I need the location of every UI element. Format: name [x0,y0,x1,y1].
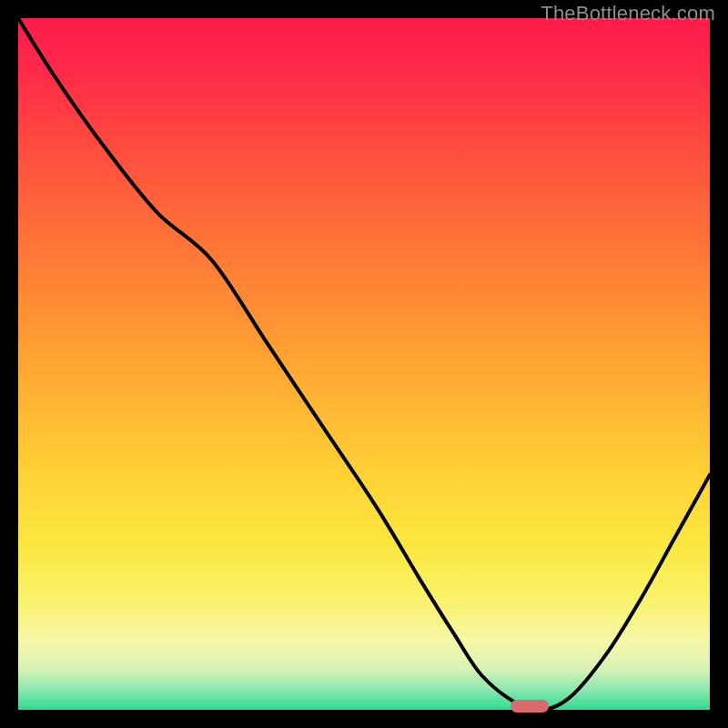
watermark-text: TheBottleneck.com [541,2,715,25]
chart-plot-area [18,18,710,710]
optimal-marker [511,700,549,713]
chart-frame: TheBottleneck.com [0,0,728,728]
bottleneck-curve [18,18,710,710]
